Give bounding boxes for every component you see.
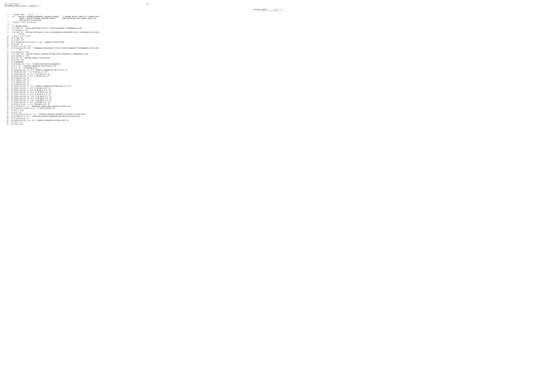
- row-text: Е7-400(А1=0,79)' 49*: [13, 77, 531, 79]
- table-row: 3333СТССП1,170(=10)' 27' 35,2' СТОИМОСТЬ…: [5, 85, 531, 87]
- row-index-2: 6: [9, 27, 13, 29]
- row-index-2: 28: [9, 75, 13, 77]
- row-index-1: 46: [5, 112, 9, 113]
- table-row: 3232Е7-403(А1=3,68)' 27*: [5, 83, 531, 85]
- table-row: 22К' ' ГАРАЖ НА 5 ГРУЗОВЫХ АВТОМОБИЛЕЙ С…: [5, 16, 531, 21]
- table-row: 2828СТССП2,870(=10)' 8' 19,7' ТО ЖЕ,Ф10,…: [5, 75, 531, 77]
- doc-id: 503-1-81.13.90.АЛ 7: [5, 3, 20, 5]
- row-text: Е1-1628(А1,4)' 81*: [13, 29, 531, 31]
- row-index-2: 47: [9, 113, 13, 115]
- row-index-2: 50: [9, 120, 13, 121]
- row-index-1: 48: [5, 116, 9, 117]
- row-index-1: 45: [5, 109, 9, 112]
- row-text: Е1-9468ТЕА,ЧАСТЬ П3,67(А1,1,2)' 108' ' Д…: [13, 41, 531, 43]
- row-index-2: 52: [9, 123, 13, 126]
- row-text: СТССП1,172(=10)' 6' 14,9' ТО ЖЕ,ФБС12,5,…: [13, 93, 531, 95]
- table-row: 3838СТССП1,175(=10)' 16' 7,43' ТО ЖЕ,ФБС…: [5, 95, 531, 97]
- row-index-1: 39: [5, 97, 9, 99]
- row-index-1: 47: [5, 113, 9, 115]
- row-index-2: 14: [9, 45, 13, 47]
- table-row: 3737СТССП1,172(=10)' 6' 14,9' ТО ЖЕ,ФБС1…: [5, 93, 531, 95]
- table-row: 11#105420' Н8В1' ' ' 8,1,0' ' ' ' ' *: [5, 14, 531, 16]
- row-text: Л7-402(А1=2,93)' 57*: [13, 81, 531, 83]
- row-index-2: 44: [9, 107, 13, 109]
- row-index-2: 48: [9, 116, 13, 117]
- row-index-1: 49: [5, 117, 9, 120]
- table-row: 5252Е6-83' 0,04*: [5, 123, 531, 126]
- row-index-1: 14: [5, 45, 9, 47]
- row-index-2: 39: [9, 97, 13, 99]
- title-underline: =====================: [5, 10, 531, 12]
- table-row: 2626СТССП2,867(=10)' 2' 23' ТО ЖЕ,Ф12,12…: [5, 71, 531, 73]
- row-index-2: 21: [9, 61, 13, 63]
- row-index-2: 16: [9, 51, 13, 53]
- row-text: СТССП1,168(=10)' 19' 23,4' ТО ЖЕ,ФБС24,4…: [13, 97, 531, 99]
- doc-header: 503-1-81.13.90.АЛ 7 30 ПРОГРАММНЫЙ КОМПЛ…: [5, 3, 531, 7]
- row-index-1: 40: [5, 99, 9, 101]
- row-text: СТССП1,173(=10)' 5' 17,9' ТО ЖЕ,ФБС12,6,…: [13, 87, 531, 89]
- row-text: Е7-2' 26' ' УСТАНОВКА ФУНДАМЕНТНЫХ ПЛИТ …: [13, 65, 531, 67]
- row-text: ' '*: [13, 23, 531, 25]
- row-index-2: 2: [9, 16, 13, 21]
- row-index-2: 31: [9, 81, 13, 83]
- data-table: 11#105420' Н8В1' ' ' 8,1,0' ' ' ' ' *22К…: [5, 14, 531, 126]
- table-row: 1414С310-1' 61,1,75' 0,29*: [5, 45, 531, 47]
- row-text: Е7-403(А1=3,68)' 27*: [13, 83, 531, 85]
- row-index-2: 1: [9, 14, 13, 16]
- row-text: СТССП1,178(=10)' 8' 9,13' ТО ЖЕ,ФБС9,4,6…: [13, 101, 531, 103]
- table-row: 3131Л7-402(А1=2,93)' 57*: [5, 81, 531, 83]
- row-index-1: 43: [5, 105, 9, 107]
- row-index-2: 49: [9, 117, 13, 120]
- row-index-2: 37: [9, 93, 13, 95]
- row-text: Е7-3' 10' ' ТО ЖЕ,ВЕСОМ ДО 2Т*: [13, 67, 531, 69]
- table-row: 4343Ео-20(А1=35,7)' 4,8' ' МОНОЛИТНЫЕ ЗА…: [5, 105, 531, 107]
- row-index-1: 12: [5, 41, 9, 43]
- row-text: СТССП1,169(=10)' 38' 29,3' ТО ЖЕ,ФБС24,5…: [13, 91, 531, 93]
- row-index-1: 21: [5, 61, 9, 63]
- row-text: С310-1' 21,1,4' 0,29*: [13, 35, 531, 37]
- table-row: 4646Е8-27' 45*: [5, 112, 531, 113]
- table-row: 4444Е6-20(А1=35,7+0,94#)' 0,67' ' ТО ЖЕ,…: [5, 107, 531, 109]
- row-text: СТССП2,587(=10)' 0,21' 85,2' СТОИМОСТЬ П…: [13, 120, 531, 121]
- row-text: СТССП1,176(=10)' 8' 8,93' ТО ЖЕ,ФБС12,6,…: [13, 89, 531, 91]
- row-text: Е1-1629(А1,4)' 849*: [13, 51, 531, 53]
- row-index-1: 11: [5, 39, 9, 41]
- row-index-2: 42: [9, 103, 13, 105]
- row-index-1: 10: [5, 37, 9, 39]
- row-index-1: 30: [5, 79, 9, 81]
- row-index-1: 9: [5, 35, 9, 37]
- row-index-1: 38: [5, 95, 9, 97]
- table-row: 3939СТССП1,168(=10)' 19' 23,4' ТО ЖЕ,ФБС…: [5, 97, 531, 99]
- row-text: #105420' Н8В1' ' ' 8,1,0' ' ' ' ' *: [13, 14, 531, 16]
- table-row: 3535СТССП1,176(=10)' 8' 8,93' ТО ЖЕ,ФБС1…: [5, 89, 531, 91]
- row-text: Л1-1592' 61*: [13, 43, 531, 45]
- row-index-2: 10: [9, 37, 13, 39]
- table-row: 4848Е6-20(А1=35,7)' 6,4' ' УСТРОЙСТВО ЛЕ…: [5, 116, 531, 117]
- table-row: 4949Е7-446(А1=0,33)' 5*: [5, 117, 531, 120]
- row-text: Е1-1621(А1,0,85)' 849' ' ПЕРЕМЕЩЕНИЕ РАЗ…: [13, 47, 531, 51]
- row-index-2: 46: [9, 112, 13, 113]
- table-row: 2424Е7-3' 10' ' ТО ЖЕ,ВЕСОМ ДО 2Т*: [5, 67, 531, 69]
- row-index-2: 12: [9, 41, 13, 43]
- row-index-2: 51: [9, 121, 13, 123]
- row-index-2: 34: [9, 87, 13, 89]
- row-index-1: 33: [5, 85, 9, 87]
- row-index-1: 42: [5, 103, 9, 105]
- program-line: ПРОГРАММНЫЙ КОМПЛЕКС АВС-3ЕС ( РЕДАКЦИЯ …: [5, 5, 531, 7]
- table-row: 3030Е7-401(А1=1,09)' 15*: [5, 79, 531, 81]
- table-row: 4545С124-3' 0,02*: [5, 109, 531, 112]
- row-text: СТССП2,870(=10)' 8' 19,7' ТО ЖЕ,Ф10,12=1…: [13, 75, 531, 77]
- table-row: 4747Е6-13(А1=35,5+0,94,2#)' 2,3' ' УСТРО…: [5, 113, 531, 115]
- row-index-1: 51: [5, 121, 9, 123]
- row-index-2: 27: [9, 73, 13, 75]
- table-row: 1010Е1-1603' 81*: [5, 37, 531, 39]
- table-row: 2727СТССП2,868(=10)' 16' 39,9' ТО ЖЕ,Ф10…: [5, 73, 531, 75]
- row-index-1: 34: [5, 87, 9, 89]
- row-index-1: 31: [5, 81, 9, 83]
- row-text: СТССП1,174(=10)' 17' 5,96' ТО ЖЕ,ФБС12,4…: [13, 99, 531, 101]
- row-text: СТССП1,170(=10)' 27' 35,2' СТОИМОСТЬ ФУН…: [13, 85, 531, 87]
- row-index-2: 19: [9, 57, 13, 59]
- row-index-2: 43: [9, 105, 13, 107]
- table-row: 66Е1-1620' 81' ' СРЕЗКА РАСТИТЕЛЬНОГО ГР…: [5, 27, 531, 29]
- row-text: Е6-13(А1=35,5+0,94,2#)' 2,3' ' УСТРОЙСТВ…: [13, 113, 531, 115]
